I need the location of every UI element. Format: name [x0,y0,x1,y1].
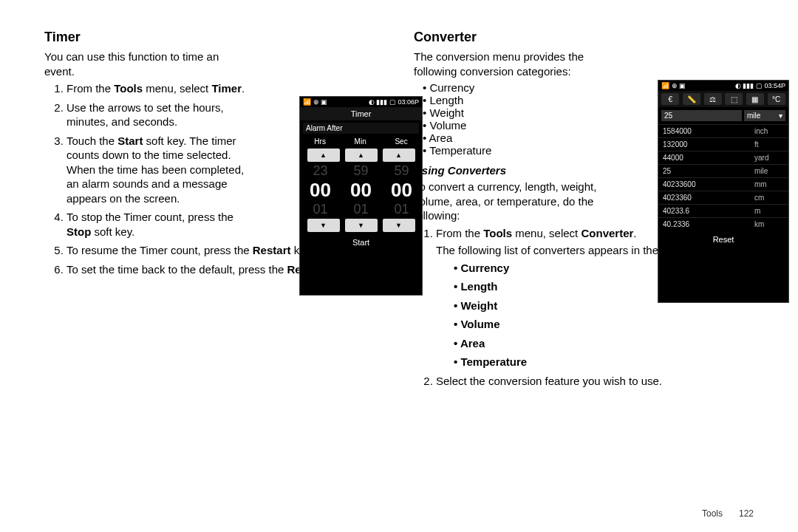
step-item: From the Tools menu, select Timer. [66,81,259,96]
converter-result-row: 40233.6m [658,204,788,217]
converter-result-row: 132000ft [658,137,788,151]
converter-tab-icon[interactable]: € [661,93,679,105]
status-left: 📶 ⊕ ▣ [661,82,686,89]
converter-tab-icon[interactable]: ▦ [746,93,764,105]
timer-sec: 00 [391,179,412,202]
min-down-icon[interactable]: ▼ [345,219,378,232]
status-left: 📶 ⊕ ▣ [303,98,327,106]
step-item: To stop the Timer count, press the Stop … [66,210,259,239]
sec-up-icon[interactable]: ▲ [383,149,415,162]
step-item: Touch the Start soft key. The timer coun… [66,134,259,206]
converter-tab-icon[interactable]: ⬚ [725,93,743,105]
hrs-down-icon[interactable]: ▼ [307,219,340,232]
timer-intro: You can use this function to time an eve… [44,50,244,78]
converter-input-unit[interactable]: mile ▾ [744,110,785,121]
chevron-down-icon: ▾ [779,112,782,120]
category-item: Volume [423,119,611,132]
converter-step-2: Select the conversion feature you wish t… [436,374,754,389]
converter-result-row: 1584000inch [658,124,788,137]
category-item: Weight [423,106,611,119]
converter-option: Temperature [454,355,754,369]
converter-intro: The conversion menu provides the followi… [414,50,602,78]
converter-heading: Converter [414,30,754,45]
sec-down-icon[interactable]: ▼ [383,219,415,232]
converter-result-row: 40233600mm [658,177,788,191]
timer-hrs: 00 [310,179,331,202]
min-up-icon[interactable]: ▲ [345,149,378,162]
converter-tab-icon[interactable]: °C [768,93,785,105]
category-item: Temperature [423,144,611,157]
timer-screenshot: 📶 ⊕ ▣ ◐ ▮▮▮ ▢ 03:06P Timer Alarm After H… [299,96,423,296]
converter-result-row: 25mile [658,164,788,177]
start-softkey[interactable]: Start [300,233,422,251]
converter-input-value[interactable]: 25 [661,110,742,121]
hrs-up-icon[interactable]: ▲ [307,149,340,162]
category-item: Area [423,132,611,144]
converter-tab-icon[interactable]: ⚖ [704,93,722,105]
category-item: Length [423,94,611,106]
converter-option: Volume [454,317,754,332]
status-right: ◐ ▮▮▮ ▢ 03:54P [735,82,785,89]
converter-result-row: 44000yard [658,151,788,164]
timer-heading: Timer [44,30,384,45]
timer-min: 00 [350,179,372,202]
timer-phone-title: Timer [300,107,422,120]
alarm-after-label: Alarm After [303,123,419,134]
converter-screenshot: 📶 ⊕ ▣ ◐ ▮▮▮ ▢ 03:54P €📏⚖⬚▦°C 25 mile ▾ 1… [658,80,789,303]
converter-option: Area [454,336,754,351]
page-footer: Tools122 [702,508,754,519]
using-converters-intro: To convert a currency, length, weight, v… [414,180,602,223]
converter-result-row: 4023360cm [658,191,788,204]
category-item: Currency [423,81,611,94]
using-converters-heading: Using Converters [414,164,602,177]
converter-tab-icon[interactable]: 📏 [683,93,700,105]
reset-softkey[interactable]: Reset [658,231,788,248]
converter-result-row: 40.2336km [658,217,788,231]
step-item: Use the arrows to set the hours, minutes… [66,100,259,129]
status-right: ◐ ▮▮▮ ▢ 03:06P [369,98,419,106]
